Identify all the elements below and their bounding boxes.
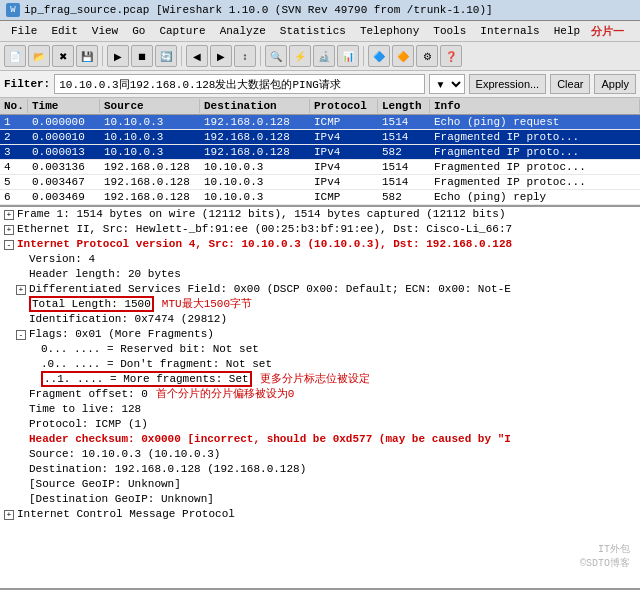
cell-dst: 192.168.0.128 — [200, 116, 310, 128]
line-text: [Destination GeoIP: Unknown] — [29, 492, 214, 507]
filter-btn1[interactable]: 🔍 — [265, 45, 287, 67]
line-text: Differentiated Services Field: 0x00 (DSC… — [29, 282, 511, 297]
apply-button[interactable]: Apply — [594, 74, 636, 94]
menu-help[interactable]: Help — [547, 23, 587, 39]
app-icon: W — [6, 3, 20, 17]
cell-proto: IPv4 — [310, 161, 378, 173]
cell-info: Fragmented IP protoc... — [430, 176, 640, 188]
menu-tools[interactable]: Tools — [426, 23, 473, 39]
cell-len: 582 — [378, 191, 430, 203]
expand-icon[interactable]: + — [4, 510, 14, 520]
start-btn[interactable]: ▶ — [107, 45, 129, 67]
detail-line-mf: ..1. .... = More fragments: Set更多分片标志位被设… — [0, 372, 640, 387]
filter-dropdown[interactable]: ▼ — [429, 74, 465, 94]
new-btn[interactable]: 📄 — [4, 45, 26, 67]
menu-file[interactable]: File — [4, 23, 44, 39]
detail-line-ethernet[interactable]: +Ethernet II, Src: Hewlett-_bf:91:ee (00… — [0, 222, 640, 237]
cell-no: 5 — [0, 176, 28, 188]
cell-info: Echo (ping) request — [430, 116, 640, 128]
filter-input[interactable] — [54, 74, 424, 94]
open-btn[interactable]: 📂 — [28, 45, 50, 67]
cell-info: Fragmented IP proto... — [430, 131, 640, 143]
cell-proto: ICMP — [310, 191, 378, 203]
expand-icon[interactable]: + — [16, 285, 26, 295]
table-row[interactable]: 3 0.000013 10.10.0.3 192.168.0.128 IPv4 … — [0, 145, 640, 160]
cell-dst: 192.168.0.128 — [200, 131, 310, 143]
cell-time: 0.003469 — [28, 191, 100, 203]
table-row[interactable]: 1 0.000000 10.10.0.3 192.168.0.128 ICMP … — [0, 115, 640, 130]
detail-line-dst_geo: [Destination GeoIP: Unknown] — [0, 492, 640, 507]
stop-btn[interactable]: ⏹ — [131, 45, 153, 67]
zoom-in-btn[interactable]: 🔷 — [368, 45, 390, 67]
expand-icon[interactable]: - — [4, 240, 14, 250]
expression-button[interactable]: Expression... — [469, 74, 547, 94]
menu-capture[interactable]: Capture — [152, 23, 212, 39]
expand-icon[interactable]: + — [4, 210, 14, 220]
cell-no: 3 — [0, 146, 28, 158]
filter-btn3[interactable]: 🔬 — [313, 45, 335, 67]
line-text: Internet Control Message Protocol — [17, 507, 235, 522]
line-text: ..1. .... = More fragments: Set更多分片标志位被设… — [41, 372, 370, 387]
col-time: Time — [28, 99, 100, 113]
save-btn[interactable]: 💾 — [76, 45, 98, 67]
menu-statistics[interactable]: Statistics — [273, 23, 353, 39]
detail-line-dst: Destination: 192.168.0.128 (192.168.0.12… — [0, 462, 640, 477]
toolbar: 📄 📂 ✖ 💾 ▶ ⏹ 🔄 ◀ ▶ ↕ 🔍 ⚡ 🔬 📊 🔷 🔶 ⚙ ❓ — [0, 42, 640, 71]
detail-line-checksum: Header checksum: 0x0000 [incorrect, shou… — [0, 432, 640, 447]
expand-icon[interactable]: + — [4, 225, 14, 235]
line-text: Ethernet II, Src: Hewlett-_bf:91:ee (00:… — [17, 222, 512, 237]
cell-len: 1514 — [378, 161, 430, 173]
help-btn[interactable]: ❓ — [440, 45, 462, 67]
filter-label: Filter: — [4, 78, 50, 90]
fwd-btn[interactable]: ▶ — [210, 45, 232, 67]
cell-proto: ICMP — [310, 116, 378, 128]
title-bar: W ip_frag_source.pcap [Wireshark 1.10.0 … — [0, 0, 640, 21]
table-row[interactable]: 5 0.003467 192.168.0.128 10.10.0.3 IPv4 … — [0, 175, 640, 190]
detail-line-icmp[interactable]: +Internet Control Message Protocol — [0, 507, 640, 522]
detail-line-src_geo: [Source GeoIP: Unknown] — [0, 477, 640, 492]
menu-telephony[interactable]: Telephony — [353, 23, 426, 39]
cell-no: 2 — [0, 131, 28, 143]
line-text: [Source GeoIP: Unknown] — [29, 477, 181, 492]
toolbar-sep2 — [181, 46, 182, 66]
clear-button[interactable]: Clear — [550, 74, 590, 94]
menu-analyze[interactable]: Analyze — [213, 23, 273, 39]
filter-btn4[interactable]: 📊 — [337, 45, 359, 67]
filter-btn2[interactable]: ⚡ — [289, 45, 311, 67]
zoom-out-btn[interactable]: 🔶 — [392, 45, 414, 67]
table-row[interactable]: 4 0.003136 192.168.0.128 10.10.0.3 IPv4 … — [0, 160, 640, 175]
expand-icon[interactable]: - — [16, 330, 26, 340]
table-row[interactable]: 6 0.003469 192.168.0.128 10.10.0.3 ICMP … — [0, 190, 640, 205]
detail-line-dsf[interactable]: +Differentiated Services Field: 0x00 (DS… — [0, 282, 640, 297]
detail-panel: +Frame 1: 1514 bytes on wire (12112 bits… — [0, 207, 640, 590]
menu-internals[interactable]: Internals — [473, 23, 546, 39]
detail-line-src: Source: 10.10.0.3 (10.10.0.3) — [0, 447, 640, 462]
cell-time: 0.003467 — [28, 176, 100, 188]
menu-view[interactable]: View — [85, 23, 125, 39]
col-dst: Destination — [200, 99, 310, 113]
close-btn[interactable]: ✖ — [52, 45, 74, 67]
settings-btn[interactable]: ⚙ — [416, 45, 438, 67]
line-text: Internet Protocol version 4, Src: 10.10.… — [17, 237, 512, 252]
detail-line-frame[interactable]: +Frame 1: 1514 bytes on wire (12112 bits… — [0, 207, 640, 222]
detail-line-res: 0... .... = Reserved bit: Not set — [0, 342, 640, 357]
menu-go[interactable]: Go — [125, 23, 152, 39]
scroll-btn[interactable]: ↕ — [234, 45, 256, 67]
cell-time: 0.000013 — [28, 146, 100, 158]
line-text: Protocol: ICMP (1) — [29, 417, 148, 432]
back-btn[interactable]: ◀ — [186, 45, 208, 67]
line-text: Header checksum: 0x0000 [incorrect, shou… — [29, 432, 511, 447]
filter-bar: Filter: ▼ Expression... Clear Apply — [0, 71, 640, 98]
table-row[interactable]: 2 0.000010 10.10.0.3 192.168.0.128 IPv4 … — [0, 130, 640, 145]
menu-edit[interactable]: Edit — [44, 23, 84, 39]
cell-proto: IPv4 — [310, 146, 378, 158]
detail-line-flags[interactable]: -Flags: 0x01 (More Fragments) — [0, 327, 640, 342]
cell-dst: 192.168.0.128 — [200, 146, 310, 158]
cell-info: Fragmented IP protoc... — [430, 161, 640, 173]
menu-bar: File Edit View Go Capture Analyze Statis… — [0, 21, 640, 42]
packet-list: No. Time Source Destination Protocol Len… — [0, 98, 640, 207]
detail-line-hlen: Header length: 20 bytes — [0, 267, 640, 282]
detail-line-ipv4[interactable]: -Internet Protocol version 4, Src: 10.10… — [0, 237, 640, 252]
restart-btn[interactable]: 🔄 — [155, 45, 177, 67]
cell-time: 0.003136 — [28, 161, 100, 173]
